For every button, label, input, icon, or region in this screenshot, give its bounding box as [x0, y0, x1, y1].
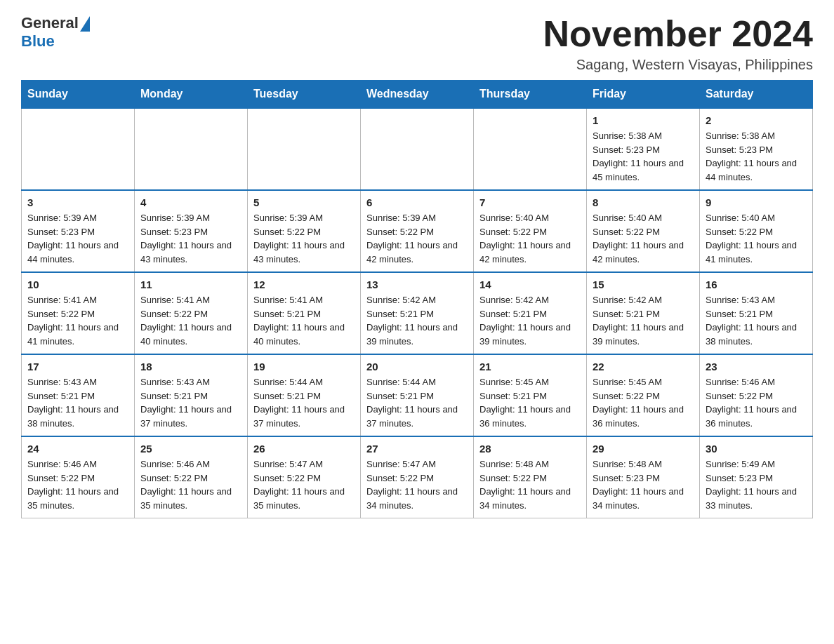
day-number: 29: [593, 443, 694, 455]
day-number: 20: [366, 361, 468, 373]
calendar-cell: 23Sunrise: 5:46 AM Sunset: 5:22 PM Dayli…: [700, 354, 813, 436]
day-info: Sunrise: 5:38 AM Sunset: 5:23 PM Dayligh…: [706, 129, 807, 184]
day-info: Sunrise: 5:42 AM Sunset: 5:21 PM Dayligh…: [366, 293, 468, 348]
day-info: Sunrise: 5:45 AM Sunset: 5:21 PM Dayligh…: [479, 375, 581, 430]
calendar-cell: 6Sunrise: 5:39 AM Sunset: 5:22 PM Daylig…: [361, 190, 474, 272]
day-number: 1: [593, 114, 694, 126]
calendar-cell: 24Sunrise: 5:46 AM Sunset: 5:22 PM Dayli…: [22, 436, 135, 518]
logo: General Blue: [21, 14, 90, 51]
day-info: Sunrise: 5:42 AM Sunset: 5:21 PM Dayligh…: [479, 293, 581, 348]
calendar-cell: 27Sunrise: 5:47 AM Sunset: 5:22 PM Dayli…: [361, 436, 474, 518]
day-info: Sunrise: 5:39 AM Sunset: 5:23 PM Dayligh…: [140, 211, 241, 266]
day-info: Sunrise: 5:43 AM Sunset: 5:21 PM Dayligh…: [140, 375, 241, 430]
day-number: 10: [27, 279, 128, 290]
day-number: 26: [253, 443, 355, 455]
day-info: Sunrise: 5:44 AM Sunset: 5:21 PM Dayligh…: [366, 375, 468, 430]
day-info: Sunrise: 5:40 AM Sunset: 5:22 PM Dayligh…: [593, 211, 694, 266]
day-info: Sunrise: 5:46 AM Sunset: 5:22 PM Dayligh…: [27, 457, 128, 512]
day-number: 28: [479, 443, 581, 455]
week-row-5: 24Sunrise: 5:46 AM Sunset: 5:22 PM Dayli…: [22, 436, 813, 518]
day-info: Sunrise: 5:46 AM Sunset: 5:22 PM Dayligh…: [706, 375, 807, 430]
day-info: Sunrise: 5:44 AM Sunset: 5:21 PM Dayligh…: [253, 375, 355, 430]
day-number: 9: [706, 196, 807, 208]
day-info: Sunrise: 5:41 AM Sunset: 5:21 PM Dayligh…: [253, 293, 355, 348]
col-header-tuesday: Tuesday: [248, 81, 361, 109]
calendar-cell: 28Sunrise: 5:48 AM Sunset: 5:22 PM Dayli…: [474, 436, 587, 518]
logo-triangle-icon: [80, 16, 90, 32]
day-info: Sunrise: 5:42 AM Sunset: 5:21 PM Dayligh…: [593, 293, 694, 348]
calendar-cell: 15Sunrise: 5:42 AM Sunset: 5:21 PM Dayli…: [587, 272, 700, 354]
day-info: Sunrise: 5:48 AM Sunset: 5:22 PM Dayligh…: [479, 457, 581, 512]
day-info: Sunrise: 5:45 AM Sunset: 5:22 PM Dayligh…: [593, 375, 694, 430]
calendar-cell: 9Sunrise: 5:40 AM Sunset: 5:22 PM Daylig…: [700, 190, 813, 272]
col-header-friday: Friday: [587, 81, 700, 109]
calendar-cell: 4Sunrise: 5:39 AM Sunset: 5:23 PM Daylig…: [135, 190, 248, 272]
calendar-cell: 5Sunrise: 5:39 AM Sunset: 5:22 PM Daylig…: [248, 190, 361, 272]
day-number: 6: [366, 196, 468, 208]
calendar-cell: 14Sunrise: 5:42 AM Sunset: 5:21 PM Dayli…: [474, 272, 587, 354]
calendar-cell: 30Sunrise: 5:49 AM Sunset: 5:23 PM Dayli…: [700, 436, 813, 518]
day-info: Sunrise: 5:39 AM Sunset: 5:22 PM Dayligh…: [366, 211, 468, 266]
day-info: Sunrise: 5:47 AM Sunset: 5:22 PM Dayligh…: [366, 457, 468, 512]
calendar-cell: 29Sunrise: 5:48 AM Sunset: 5:23 PM Dayli…: [587, 436, 700, 518]
day-info: Sunrise: 5:43 AM Sunset: 5:21 PM Dayligh…: [27, 375, 128, 430]
calendar-cell: 10Sunrise: 5:41 AM Sunset: 5:22 PM Dayli…: [22, 272, 135, 354]
day-number: 7: [479, 196, 581, 208]
day-info: Sunrise: 5:43 AM Sunset: 5:21 PM Dayligh…: [706, 293, 807, 348]
week-row-1: 1Sunrise: 5:38 AM Sunset: 5:23 PM Daylig…: [22, 108, 813, 190]
day-number: 17: [27, 361, 128, 373]
day-number: 4: [140, 196, 241, 208]
week-row-3: 10Sunrise: 5:41 AM Sunset: 5:22 PM Dayli…: [22, 272, 813, 354]
day-number: 3: [27, 196, 128, 208]
calendar-cell: 21Sunrise: 5:45 AM Sunset: 5:21 PM Dayli…: [474, 354, 587, 436]
calendar-cell: 16Sunrise: 5:43 AM Sunset: 5:21 PM Dayli…: [700, 272, 813, 354]
calendar-cell: 19Sunrise: 5:44 AM Sunset: 5:21 PM Dayli…: [248, 354, 361, 436]
calendar-table: SundayMondayTuesdayWednesdayThursdayFrid…: [21, 80, 813, 518]
day-number: 24: [27, 443, 128, 455]
day-info: Sunrise: 5:39 AM Sunset: 5:23 PM Dayligh…: [27, 211, 128, 266]
calendar-cell: 7Sunrise: 5:40 AM Sunset: 5:22 PM Daylig…: [474, 190, 587, 272]
col-header-wednesday: Wednesday: [361, 81, 474, 109]
day-number: 25: [140, 443, 241, 455]
day-number: 11: [140, 279, 241, 290]
day-number: 21: [479, 361, 581, 373]
calendar-cell: 20Sunrise: 5:44 AM Sunset: 5:21 PM Dayli…: [361, 354, 474, 436]
month-title: November 2024: [543, 14, 813, 54]
day-info: Sunrise: 5:47 AM Sunset: 5:22 PM Dayligh…: [253, 457, 355, 512]
calendar-cell: [22, 108, 135, 190]
day-info: Sunrise: 5:46 AM Sunset: 5:22 PM Dayligh…: [140, 457, 241, 512]
calendar-header-row: SundayMondayTuesdayWednesdayThursdayFrid…: [22, 81, 813, 109]
calendar-cell: [474, 108, 587, 190]
calendar-cell: 8Sunrise: 5:40 AM Sunset: 5:22 PM Daylig…: [587, 190, 700, 272]
calendar-cell: [361, 108, 474, 190]
header-right: November 2024 Sagang, Western Visayas, P…: [543, 14, 813, 73]
week-row-2: 3Sunrise: 5:39 AM Sunset: 5:23 PM Daylig…: [22, 190, 813, 272]
day-number: 2: [706, 114, 807, 126]
calendar-cell: 25Sunrise: 5:46 AM Sunset: 5:22 PM Dayli…: [135, 436, 248, 518]
day-info: Sunrise: 5:39 AM Sunset: 5:22 PM Dayligh…: [253, 211, 355, 266]
day-number: 23: [706, 361, 807, 373]
calendar-cell: 11Sunrise: 5:41 AM Sunset: 5:22 PM Dayli…: [135, 272, 248, 354]
day-info: Sunrise: 5:41 AM Sunset: 5:22 PM Dayligh…: [27, 293, 128, 348]
day-number: 22: [593, 361, 694, 373]
location-subtitle: Sagang, Western Visayas, Philippines: [543, 57, 813, 73]
calendar-cell: [135, 108, 248, 190]
col-header-thursday: Thursday: [474, 81, 587, 109]
day-info: Sunrise: 5:38 AM Sunset: 5:23 PM Dayligh…: [593, 129, 694, 184]
day-info: Sunrise: 5:48 AM Sunset: 5:23 PM Dayligh…: [593, 457, 694, 512]
col-header-monday: Monday: [135, 81, 248, 109]
calendar-cell: 3Sunrise: 5:39 AM Sunset: 5:23 PM Daylig…: [22, 190, 135, 272]
day-number: 19: [253, 361, 355, 373]
day-number: 18: [140, 361, 241, 373]
calendar-cell: 26Sunrise: 5:47 AM Sunset: 5:22 PM Dayli…: [248, 436, 361, 518]
logo-general-text: General: [21, 14, 79, 32]
day-number: 16: [706, 279, 807, 290]
col-header-sunday: Sunday: [22, 81, 135, 109]
day-info: Sunrise: 5:40 AM Sunset: 5:22 PM Dayligh…: [479, 211, 581, 266]
col-header-saturday: Saturday: [700, 81, 813, 109]
calendar-cell: 12Sunrise: 5:41 AM Sunset: 5:21 PM Dayli…: [248, 272, 361, 354]
calendar-cell: 22Sunrise: 5:45 AM Sunset: 5:22 PM Dayli…: [587, 354, 700, 436]
calendar-cell: [248, 108, 361, 190]
calendar-cell: 17Sunrise: 5:43 AM Sunset: 5:21 PM Dayli…: [22, 354, 135, 436]
calendar-cell: 1Sunrise: 5:38 AM Sunset: 5:23 PM Daylig…: [587, 108, 700, 190]
